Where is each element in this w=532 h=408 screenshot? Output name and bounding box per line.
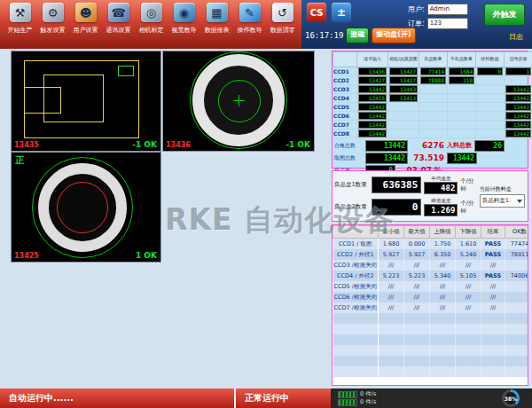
stats-table-row: CCD2134271342778888210 <box>333 76 532 85</box>
box-count-label: 良品盒1数量 <box>334 181 369 189</box>
toolbar-button-2[interactable]: ⚙触发设置 <box>36 3 69 35</box>
order-field[interactable]: 123 <box>427 18 468 29</box>
user-field[interactable]: Admin <box>427 4 468 15</box>
summary-value: 13442 <box>365 140 408 152</box>
stats-header: 不良品数量 <box>448 52 476 67</box>
stats-cell: 13442 <box>357 129 388 138</box>
measure-cell <box>505 324 529 334</box>
camera-view-3: 正 13425 1 OK <box>11 152 161 263</box>
orientation-flag: 正 <box>15 154 24 167</box>
toolbar-button-7[interactable]: ▦数据报表 <box>200 3 233 35</box>
operation-teach-icon: ✎ <box>239 3 261 22</box>
measure-cell <box>404 356 430 366</box>
toolbar-button-5[interactable]: ◎相机标定 <box>135 3 168 35</box>
measure-cell <box>404 324 430 334</box>
stats-cell: 13442 <box>505 129 532 138</box>
stats-cell <box>448 129 476 138</box>
cs-app-icon[interactable]: CS <box>307 3 326 22</box>
measure-table-row <box>333 313 529 324</box>
counter-display: 13443 <box>389 85 418 93</box>
measure-cell <box>404 345 430 356</box>
tray-select[interactable]: 良品料盒1 <box>480 194 525 208</box>
stats-header: 排料数据 <box>476 52 505 67</box>
stats-cell <box>388 103 419 112</box>
stats-cell <box>419 94 448 103</box>
measure-header: 结果 <box>481 226 505 239</box>
demagnetize-button[interactable]: 激磁 <box>346 27 369 43</box>
measure-cell <box>456 356 481 366</box>
toolbar-button-3[interactable]: ☻用户设置 <box>69 3 102 35</box>
toolbar-button-9[interactable]: ↺数据清零 <box>266 3 299 35</box>
measure-row-label: CCD4 / 外径2 <box>333 271 379 281</box>
counter-display: 0 <box>477 67 503 75</box>
counter-display: 13427 <box>389 76 418 84</box>
counter-display: 13436 <box>358 67 387 75</box>
crosshair-icon <box>239 95 239 106</box>
vision-teach-icon: ◉ <box>174 3 195 22</box>
speed-unit: 个/分钟 <box>460 177 477 193</box>
measure-cell <box>456 345 481 356</box>
measurement-panel: 最小值最大值上限值下限值结果OK数CCD1 / 取图1.6800.0001.75… <box>332 224 528 386</box>
toolbar-button-8[interactable]: ✎操作教导 <box>233 3 266 35</box>
throughput-bar-icon <box>338 391 357 398</box>
camera-frame-id: 13435 <box>14 141 39 149</box>
measure-cell: /// <box>456 302 481 313</box>
log-link[interactable]: 日志 <box>509 32 523 42</box>
measure-circle-inner <box>57 182 108 233</box>
measure-cell <box>481 345 505 356</box>
measure-cell <box>481 356 505 366</box>
toolbar-button-label: 通讯设置 <box>106 26 131 35</box>
stats-cell: 13442 <box>505 94 532 103</box>
summary-extra-label: 入料总数 <box>447 141 472 150</box>
ccd-row-label: CCD2 <box>333 76 357 85</box>
toolbar-button-1[interactable]: ⚒开始生产 <box>4 3 36 35</box>
stats-cell: 1684 <box>448 67 476 76</box>
toolbar-button-4[interactable]: ☎通讯设置 <box>102 3 135 35</box>
measure-cell: 77474 <box>505 239 529 250</box>
ccd-stats-panel: 读卡输入相机/光源选图良品数量不良品数量排料数据信号反馈CCD113436134… <box>332 51 528 169</box>
toolbar-button-label: 开始生产 <box>8 26 33 35</box>
stats-cell <box>448 94 476 103</box>
measure-cell <box>430 334 456 345</box>
counter-display: 13442 <box>505 94 531 102</box>
measure-cell: PASS <box>481 239 505 250</box>
app-window: ⚒开始生产⚙触发设置☻用户设置☎通讯设置◎相机标定◉视觉教导▦数据报表✎操作教导… <box>0 0 532 408</box>
measure-cell <box>505 292 529 302</box>
toolbar-button-label: 相机标定 <box>139 26 164 35</box>
camera-view-1: 13435 -1 OK <box>11 51 161 152</box>
measure-cell: /// <box>481 260 505 271</box>
measure-row-label: CCD6 /检测关闭 <box>333 292 379 302</box>
stats-table-row: CCD71344213442 <box>333 121 532 129</box>
measure-cell <box>505 260 529 271</box>
measure-cell <box>379 366 404 377</box>
stats-header: 相机/光源选图 <box>388 52 419 67</box>
measure-row-label <box>333 345 379 356</box>
counter-panel: 良品盒1数量 636385 平均速度 482 个/分钟 良品盒2数量 0 峰值速… <box>332 170 528 222</box>
measure-table-row <box>333 345 529 356</box>
ccd-stats-table: 读卡输入相机/光源选图良品数量不良品数量排料数据信号反馈CCD113436134… <box>332 51 532 138</box>
stats-cell <box>419 112 448 121</box>
measure-cell <box>456 366 481 377</box>
measurement-table: 最小值最大值上限值下限值结果OK数CCD1 / 取图1.6800.0001.75… <box>332 225 528 377</box>
measure-cell: /// <box>379 302 404 313</box>
calculator-icon[interactable]: ± <box>332 3 351 22</box>
measure-cell <box>456 334 481 345</box>
ccd-row-label: CCD5 <box>333 103 357 112</box>
stats-table-row: CCD1134361342777414168401 <box>333 67 532 76</box>
counter-display: 13442 <box>505 129 531 137</box>
stats-cell: 13413 <box>388 94 419 103</box>
measure-cell: /// <box>481 302 505 313</box>
external-trigger-button[interactable]: 外触发 <box>484 4 525 26</box>
measure-cell: 5.340 <box>430 271 456 281</box>
measure-cell: /// <box>481 281 505 292</box>
time-row: 16:17:19 激磁 振动盘(开) <box>305 27 416 43</box>
toolbar-button-6[interactable]: ◉视觉教导 <box>168 3 200 35</box>
status-bar: 自动运行中...... 正常运行中 0 件/s 0 件/s 38% <box>0 388 532 408</box>
measure-cell <box>456 313 481 324</box>
user-label: 用户: <box>408 4 425 14</box>
measure-cell: /// <box>404 281 430 292</box>
comm-settings-icon: ☎ <box>108 3 129 22</box>
stats-cell <box>476 121 505 129</box>
counter-display: 13442 <box>505 112 531 120</box>
quick-icons: CS ± <box>307 3 351 22</box>
